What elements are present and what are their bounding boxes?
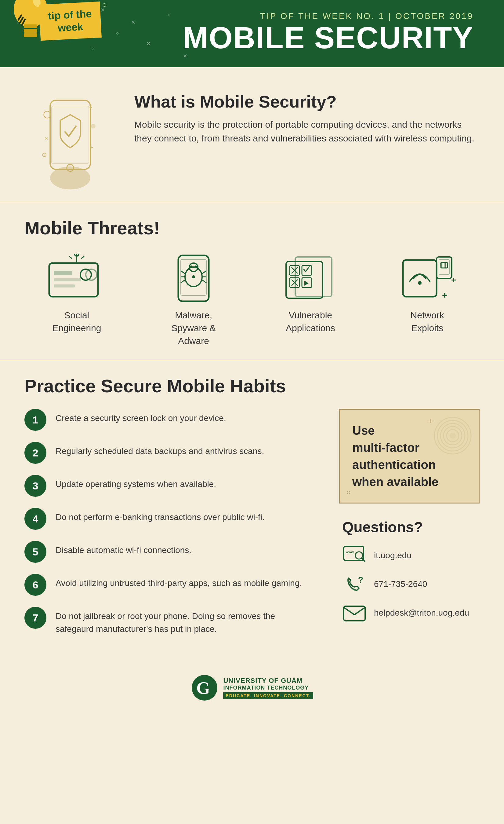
threat-label-social-engineering: SocialEngineering bbox=[52, 309, 101, 334]
svg-rect-41 bbox=[295, 257, 332, 297]
footer-tagline: EDUCATE. INNOVATE. CONNECT. bbox=[223, 692, 313, 699]
threat-item-vulnerable-apps: VulnerableApplications bbox=[258, 254, 363, 347]
svg-rect-5 bbox=[24, 29, 37, 33]
habit-text-3: Update operating systems when available. bbox=[55, 475, 216, 491]
svg-point-17 bbox=[43, 153, 46, 157]
habit-item-1: 1 Create a security screen lock on your … bbox=[24, 409, 315, 431]
svg-point-53 bbox=[418, 281, 421, 285]
habit-item-3: 3 Update operating systems when availabl… bbox=[24, 475, 315, 497]
contact-text-phone: 671-735-2640 bbox=[374, 579, 427, 589]
uog-logo-icon: G bbox=[191, 674, 218, 702]
habit-number-1: 1 bbox=[24, 409, 46, 431]
svg-text:?: ? bbox=[358, 575, 363, 585]
svg-line-37 bbox=[202, 271, 206, 274]
svg-rect-21 bbox=[54, 285, 75, 288]
footer: G UNIVERSITY OF GUAM INFORMATION TECHNOL… bbox=[0, 662, 504, 714]
habits-section: Practice Secure Mobile Habits 1 Create a… bbox=[0, 360, 504, 662]
svg-point-32 bbox=[190, 266, 193, 268]
footer-text-block: UNIVERSITY OF GUAM INFORMATION TECHNOLOG… bbox=[223, 677, 313, 699]
svg-line-36 bbox=[181, 280, 185, 283]
malware-icon bbox=[163, 254, 224, 303]
tip-badge-text: tip of the week bbox=[47, 7, 93, 34]
threats-grid: SocialEngineering bbox=[24, 254, 480, 347]
what-title: What is Mobile Security? bbox=[134, 92, 480, 111]
contact-item-website: www it.uog.edu bbox=[342, 545, 480, 566]
network-exploits-icon: + + bbox=[397, 254, 458, 303]
social-engineering-icon bbox=[46, 254, 107, 303]
habit-text-5: Disable automatic wi-fi connections. bbox=[55, 541, 192, 557]
habit-text-7: Do not jailbreak or root your phone. Doi… bbox=[55, 607, 315, 635]
habit-number-5: 5 bbox=[24, 541, 46, 563]
svg-rect-4 bbox=[24, 24, 37, 28]
header: × × ○ × ○ ○ × tip of the week ○ bbox=[0, 0, 504, 67]
contact-text-website: it.uog.edu bbox=[374, 550, 411, 560]
what-description: Mobile security is the protection of por… bbox=[134, 118, 480, 145]
habit-number-2: 2 bbox=[24, 442, 46, 464]
svg-line-27 bbox=[81, 256, 84, 259]
svg-point-68 bbox=[450, 433, 456, 439]
web-icon: www bbox=[342, 545, 367, 566]
habit-number-6: 6 bbox=[24, 574, 46, 596]
threat-item-malware: Malware,Spyware &Adware bbox=[141, 254, 246, 347]
svg-line-26 bbox=[69, 256, 72, 259]
threat-item-network-exploits: + + NetworkExploits bbox=[375, 254, 480, 347]
svg-rect-19 bbox=[54, 271, 72, 275]
footer-org: UNIVERSITY OF GUAM bbox=[223, 677, 313, 685]
questions-title: Questions? bbox=[342, 519, 480, 536]
threats-section: Mobile Threats! bbox=[0, 202, 504, 360]
threat-label-malware: Malware,Spyware &Adware bbox=[171, 309, 216, 347]
svg-text:G: G bbox=[196, 678, 210, 698]
habit-number-7: 7 bbox=[24, 607, 46, 629]
svg-text:×: × bbox=[89, 103, 93, 110]
habit-item-6: 6 Avoid utilizing untrusted third-party … bbox=[24, 574, 315, 596]
svg-rect-6 bbox=[24, 33, 37, 37]
habit-text-6: Avoid utilizing untrusted third-party ap… bbox=[55, 574, 302, 590]
mfa-box: + ○ Usemulti-factorauthenticationwhen av… bbox=[339, 409, 480, 504]
habit-item-5: 5 Disable automatic wi-fi connections. bbox=[24, 541, 315, 563]
habit-item-7: 7 Do not jailbreak or root your phone. D… bbox=[24, 607, 315, 635]
habits-content: 1 Create a security screen lock on your … bbox=[24, 409, 480, 646]
habit-number-4: 4 bbox=[24, 508, 46, 530]
svg-marker-47 bbox=[304, 281, 308, 286]
svg-text:+: + bbox=[90, 144, 93, 150]
contact-item-phone: ? 671-735-2640 bbox=[342, 574, 480, 595]
habits-list: 1 Create a security screen lock on your … bbox=[24, 409, 315, 646]
svg-text:www: www bbox=[346, 550, 354, 554]
footer-dept: INFORMATION TECHNOLOGY bbox=[223, 685, 313, 691]
phone-illustration: × × + bbox=[24, 86, 116, 189]
email-icon bbox=[342, 602, 367, 624]
questions-section: Questions? www it.u bbox=[339, 519, 480, 624]
threats-title: Mobile Threats! bbox=[24, 217, 480, 239]
svg-text:+: + bbox=[442, 290, 448, 300]
habit-number-3: 3 bbox=[24, 475, 46, 497]
threat-item-social-engineering: SocialEngineering bbox=[24, 254, 129, 347]
habit-item-4: 4 Do not perform e-banking transactions … bbox=[24, 508, 315, 530]
contact-text-email: helpdesk@triton.uog.edu bbox=[374, 608, 469, 618]
contact-item-email: helpdesk@triton.uog.edu bbox=[342, 602, 480, 624]
right-column: + ○ Usemulti-factorauthenticationwhen av… bbox=[339, 409, 480, 631]
svg-text:×: × bbox=[44, 135, 48, 142]
svg-line-39 bbox=[202, 280, 206, 283]
header-text-block: TIP OF THE WEEK NO. 1 | OCTOBER 2019 MOB… bbox=[183, 11, 474, 53]
tip-badge-container: tip of the week ○ + bbox=[9, 0, 101, 39]
svg-point-40 bbox=[192, 275, 195, 278]
phone-icon: ? bbox=[342, 574, 367, 595]
svg-point-33 bbox=[195, 266, 197, 268]
habit-text-2: Regularly scheduled data backups and ant… bbox=[55, 442, 264, 458]
svg-rect-52 bbox=[403, 260, 436, 297]
habits-title: Practice Secure Mobile Habits bbox=[24, 376, 480, 397]
habit-item-2: 2 Regularly scheduled data backups and a… bbox=[24, 442, 315, 464]
svg-rect-74 bbox=[344, 606, 365, 621]
svg-rect-20 bbox=[54, 278, 81, 281]
svg-text:+: + bbox=[451, 275, 456, 285]
footer-logo: G UNIVERSITY OF GUAM INFORMATION TECHNOL… bbox=[191, 674, 313, 702]
svg-point-13 bbox=[91, 124, 96, 128]
header-title: MOBILE SECURITY bbox=[183, 22, 474, 53]
header-subtitle: TIP OF THE WEEK NO. 1 | OCTOBER 2019 bbox=[183, 11, 474, 21]
habit-text-4: Do not perform e-banking transactions ov… bbox=[55, 508, 265, 524]
svg-line-34 bbox=[181, 271, 185, 274]
tip-badge: tip of the week bbox=[39, 2, 101, 41]
what-text: What is Mobile Security? Mobile security… bbox=[134, 86, 480, 145]
what-section: × × + What is Mobile Security? Mobile se… bbox=[0, 67, 504, 202]
threat-label-vulnerable-apps: VulnerableApplications bbox=[286, 309, 335, 334]
